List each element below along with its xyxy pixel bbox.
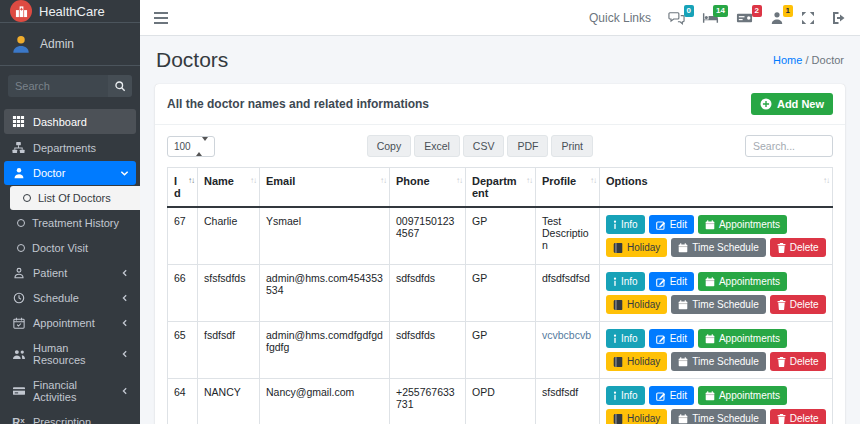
sidebar-item-label: Treatment History: [32, 217, 119, 229]
edit-button[interactable]: Edit: [649, 272, 694, 291]
delete-button[interactable]: Delete: [770, 238, 826, 257]
holiday-button[interactable]: Holiday: [606, 238, 667, 257]
info-button[interactable]: Info: [606, 272, 645, 291]
column-header-profile[interactable]: Profile↑↓: [536, 168, 600, 208]
sidebar-item-doctor[interactable]: Doctor: [4, 161, 136, 185]
column-header-name[interactable]: Name↑↓: [198, 168, 260, 208]
sort-icon: ↑↓: [188, 176, 194, 185]
row-actions: Info Edit Appointments Holiday Time Sche…: [606, 272, 826, 314]
cell-department: GP: [466, 322, 536, 379]
admin-avatar-icon: [10, 33, 32, 55]
cell-email: admin@hms.com454353534: [260, 265, 390, 322]
sidebar-item-treatment-history[interactable]: Treatment History: [4, 211, 136, 235]
cell-name: Charlie: [198, 207, 260, 265]
sidebar-item-departments[interactable]: Departments: [4, 135, 136, 160]
column-header-options[interactable]: Options↑↓: [600, 168, 833, 208]
edit-icon: [656, 334, 666, 344]
edit-icon: [656, 277, 666, 287]
appointments-button[interactable]: Appointments: [698, 386, 787, 405]
comments-icon[interactable]: 0: [668, 11, 685, 25]
holiday-button[interactable]: Holiday: [606, 295, 667, 314]
delete-button[interactable]: Delete: [770, 295, 826, 314]
sidebar-item-prescription[interactable]: Rx Prescription: [4, 410, 136, 424]
bed-icon[interactable]: 14: [702, 11, 719, 25]
column-header-phone[interactable]: Phone↑↓: [390, 168, 466, 208]
sidebar-search-input[interactable]: [8, 75, 108, 97]
book-icon: [613, 300, 623, 310]
billing-icon[interactable]: 2: [736, 11, 753, 25]
time-schedule-button[interactable]: Time Schedule: [671, 238, 765, 257]
edit-button[interactable]: Edit: [649, 329, 694, 348]
user-badge: 1: [783, 5, 793, 17]
sidebar-item-human-resources[interactable]: Human Resources: [4, 336, 136, 372]
cell-id: 66: [168, 265, 198, 322]
info-icon: [613, 334, 617, 344]
sidebar-item-dashboard[interactable]: Dashboard: [4, 109, 136, 134]
breadcrumb-home-link[interactable]: Home: [773, 54, 802, 66]
book-icon: [613, 414, 623, 424]
cell-email: Nancy@gmail.com: [260, 379, 390, 424]
sidebar-item-doctor-visit[interactable]: Doctor Visit: [4, 236, 136, 260]
sidebar-item-financial-activities[interactable]: Financial Activities: [4, 373, 136, 409]
quick-links[interactable]: Quick Links: [589, 11, 651, 25]
cell-department: GP: [466, 207, 536, 265]
sidebar-item-list-of-doctors[interactable]: List Of Doctors: [10, 186, 140, 210]
time-schedule-button[interactable]: Time Schedule: [671, 409, 765, 424]
table-search-input[interactable]: [745, 135, 833, 157]
holiday-button[interactable]: Holiday: [606, 409, 667, 424]
page-head: Doctors Home / Doctor: [156, 48, 844, 72]
excel-button[interactable]: Excel: [414, 135, 460, 157]
cell-profile: sfsdfsdf: [536, 379, 600, 424]
hamburger-menu-icon[interactable]: [154, 9, 168, 27]
sidebar-item-label: Schedule: [33, 292, 79, 304]
bed-badge: 14: [713, 5, 728, 17]
doctor-icon: [11, 167, 26, 179]
info-icon: [613, 277, 617, 287]
doctors-table-body: 67 Charlie Ysmael 00971501234567 GP Test…: [168, 207, 833, 424]
patient-icon: [11, 267, 26, 279]
sidebar-item-schedule[interactable]: Schedule: [4, 286, 136, 310]
add-new-label: Add New: [777, 98, 824, 110]
table-row: 64 NANCY Nancy@gmail.com +255767633731 O…: [168, 379, 833, 424]
cell-profile: Test Description: [536, 207, 600, 265]
appointments-button[interactable]: Appointments: [698, 272, 787, 291]
appointments-button[interactable]: Appointments: [698, 329, 787, 348]
sidebar-item-patient[interactable]: Patient: [4, 261, 136, 285]
csv-button[interactable]: CSV: [463, 135, 505, 157]
fullscreen-icon[interactable]: [801, 11, 815, 25]
sidebar-item-appointment[interactable]: Appointment: [4, 311, 136, 335]
info-button[interactable]: Info: [606, 386, 645, 405]
delete-button[interactable]: Delete: [770, 352, 826, 371]
cell-profile: dfsdfsdfsd: [536, 265, 600, 322]
cell-phone: sdfsdfds: [390, 265, 466, 322]
time-schedule-button[interactable]: Time Schedule: [671, 295, 765, 314]
copy-button[interactable]: Copy: [367, 135, 412, 157]
row-actions: Info Edit Appointments Holiday Time Sche…: [606, 215, 826, 257]
user-panel[interactable]: Admin: [0, 23, 140, 66]
brand[interactable]: HealthCare: [0, 0, 140, 23]
info-button[interactable]: Info: [606, 215, 645, 234]
cell-phone: 00971501234567: [390, 207, 466, 265]
user-icon[interactable]: 1: [770, 11, 784, 25]
calendar-icon: [705, 391, 715, 401]
appointments-button[interactable]: Appointments: [698, 215, 787, 234]
print-button[interactable]: Print: [551, 135, 593, 157]
edit-button[interactable]: Edit: [649, 215, 694, 234]
holiday-button[interactable]: Holiday: [606, 352, 667, 371]
page-length-select[interactable]: 100: [167, 136, 215, 157]
column-header-email[interactable]: Email↑↓: [260, 168, 390, 208]
sign-out-icon[interactable]: [832, 11, 846, 25]
search-icon: [114, 80, 126, 92]
delete-button[interactable]: Delete: [770, 409, 826, 424]
sidebar-item-label: Doctor Visit: [32, 242, 88, 254]
pdf-button[interactable]: PDF: [507, 135, 548, 157]
add-new-button[interactable]: Add New: [751, 93, 833, 115]
calendar-icon: [678, 243, 688, 253]
sidebar-search-button[interactable]: [108, 75, 132, 97]
column-header-id[interactable]: Id↑↓: [168, 168, 198, 208]
info-button[interactable]: Info: [606, 329, 645, 348]
calendar-icon: [678, 357, 688, 367]
edit-button[interactable]: Edit: [649, 386, 694, 405]
time-schedule-button[interactable]: Time Schedule: [671, 352, 765, 371]
column-header-department[interactable]: Department↑↓: [466, 168, 536, 208]
